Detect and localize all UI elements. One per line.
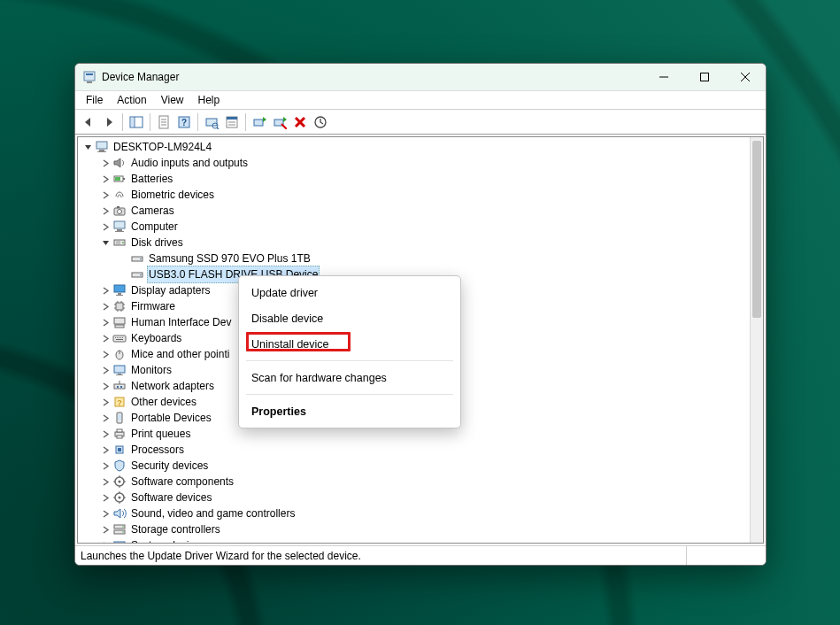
back-button[interactable] xyxy=(79,112,98,132)
tree-category[interactable]: Software components xyxy=(80,474,763,490)
svg-rect-37 xyxy=(117,206,119,208)
computer-icon xyxy=(95,140,109,154)
tree-category[interactable]: Cameras xyxy=(80,203,763,219)
toolbar-separator xyxy=(150,113,150,131)
tree-category[interactable]: Security devices xyxy=(80,458,763,474)
expand-icon[interactable] xyxy=(99,507,112,520)
expand-icon[interactable] xyxy=(99,189,112,201)
expand-icon[interactable] xyxy=(99,523,112,536)
tree-device[interactable]: Samsung SSD 970 EVO Plus 1TB xyxy=(80,251,763,266)
software-icon xyxy=(112,490,127,505)
tree-category[interactable]: Audio inputs and outputs xyxy=(80,155,763,171)
svg-rect-104 xyxy=(114,542,125,543)
svg-rect-74 xyxy=(116,374,123,375)
titlebar: Device Manager xyxy=(75,64,766,90)
update-driver-button[interactable] xyxy=(250,112,269,132)
expand-icon[interactable] xyxy=(99,491,112,504)
svg-rect-68 xyxy=(122,337,123,338)
menu-file[interactable]: File xyxy=(79,92,110,108)
properties-button[interactable] xyxy=(222,112,242,132)
speaker-icon xyxy=(112,156,127,170)
hid-icon xyxy=(112,315,127,329)
software-icon xyxy=(112,475,127,489)
tree-category[interactable]: Disk drives xyxy=(80,235,763,251)
expand-icon[interactable] xyxy=(99,412,112,424)
tree-root[interactable]: DESKTOP-LM924L4 xyxy=(80,139,763,155)
other-icon: ? xyxy=(112,395,127,409)
svg-rect-66 xyxy=(119,337,119,338)
menu-view[interactable]: View xyxy=(154,92,191,108)
show-hide-tree-button[interactable] xyxy=(127,112,146,132)
expand-icon[interactable] xyxy=(99,380,112,392)
svg-rect-62 xyxy=(115,325,124,328)
forward-button[interactable] xyxy=(99,112,119,132)
ctx-scan-hardware[interactable]: Scan for hardware changes xyxy=(239,365,460,390)
svg-rect-39 xyxy=(117,229,122,231)
expand-icon[interactable] xyxy=(99,396,112,408)
ctx-disable-device[interactable]: Disable device xyxy=(239,305,460,331)
tree-category[interactable]: Storage controllers xyxy=(80,521,763,537)
battery-icon xyxy=(112,172,127,186)
scan-hardware-button[interactable] xyxy=(202,112,221,132)
tree-node-label: Cameras xyxy=(129,203,176,219)
window-title: Device Manager xyxy=(102,71,179,83)
expand-icon[interactable] xyxy=(99,332,112,344)
ctx-properties[interactable]: Properties xyxy=(239,398,460,424)
uninstall-device-button[interactable] xyxy=(290,112,310,132)
expand-icon[interactable] xyxy=(99,173,112,185)
expand-icon[interactable] xyxy=(99,539,112,543)
minimize-button[interactable] xyxy=(643,64,684,90)
display-icon xyxy=(112,283,127,297)
collapse-icon[interactable] xyxy=(99,236,112,249)
svg-rect-31 xyxy=(97,151,106,152)
svg-rect-75 xyxy=(114,384,125,389)
tree-category[interactable]: Sound, video and game controllers xyxy=(80,505,763,521)
tree-node-label: Monitors xyxy=(129,362,173,378)
ctx-update-driver[interactable]: Update driver xyxy=(239,280,460,305)
tree-category[interactable]: Processors xyxy=(80,442,763,458)
tree-node-label: Batteries xyxy=(129,171,174,187)
expand-icon[interactable] xyxy=(99,428,112,440)
expand-icon[interactable] xyxy=(99,284,112,297)
menu-action[interactable]: Action xyxy=(110,92,153,108)
expand-icon[interactable] xyxy=(99,316,112,328)
device-manager-window: Device Manager File Action View Help ? xyxy=(74,63,767,566)
help-button[interactable]: ? xyxy=(174,112,194,132)
maximize-button[interactable] xyxy=(684,64,725,90)
drive-icon xyxy=(130,267,144,282)
menu-help[interactable]: Help xyxy=(191,92,227,108)
close-button[interactable] xyxy=(725,64,766,90)
svg-rect-64 xyxy=(115,337,116,338)
expand-icon[interactable] xyxy=(99,300,112,312)
tree-category[interactable]: Biometric devices xyxy=(80,187,763,203)
scrollbar-thumb[interactable] xyxy=(752,141,761,318)
tree-category[interactable]: Software devices xyxy=(80,490,763,505)
properties-sheet-button[interactable] xyxy=(154,112,173,132)
svg-rect-82 xyxy=(118,414,121,421)
expand-icon[interactable] xyxy=(99,157,112,169)
toolbar-separator xyxy=(122,113,123,131)
svg-rect-20 xyxy=(227,117,237,120)
expand-icon[interactable] xyxy=(99,220,112,233)
status-text: Launches the Update Driver Wizard for th… xyxy=(75,550,361,562)
fingerprint-icon xyxy=(112,188,127,202)
expand-icon[interactable] xyxy=(99,364,112,376)
expand-icon[interactable] xyxy=(99,459,112,472)
toolbar: ? xyxy=(75,110,766,135)
tree-category[interactable]: Computer xyxy=(80,219,763,235)
svg-rect-85 xyxy=(117,436,122,438)
tree-category[interactable]: System devices xyxy=(80,537,763,543)
expand-icon[interactable] xyxy=(99,475,112,488)
enable-device-button[interactable] xyxy=(311,112,330,132)
expand-icon[interactable] xyxy=(99,348,112,360)
collapse-icon[interactable] xyxy=(81,141,94,153)
expand-icon[interactable] xyxy=(99,204,112,217)
disable-device-button[interactable] xyxy=(270,112,289,132)
svg-rect-38 xyxy=(114,221,125,228)
tree-category[interactable]: Batteries xyxy=(80,171,763,187)
expand-icon[interactable] xyxy=(99,444,112,456)
toolbar-separator xyxy=(245,113,246,131)
mouse-icon xyxy=(112,347,127,361)
vertical-scrollbar[interactable] xyxy=(750,137,763,543)
svg-line-18 xyxy=(217,127,219,129)
